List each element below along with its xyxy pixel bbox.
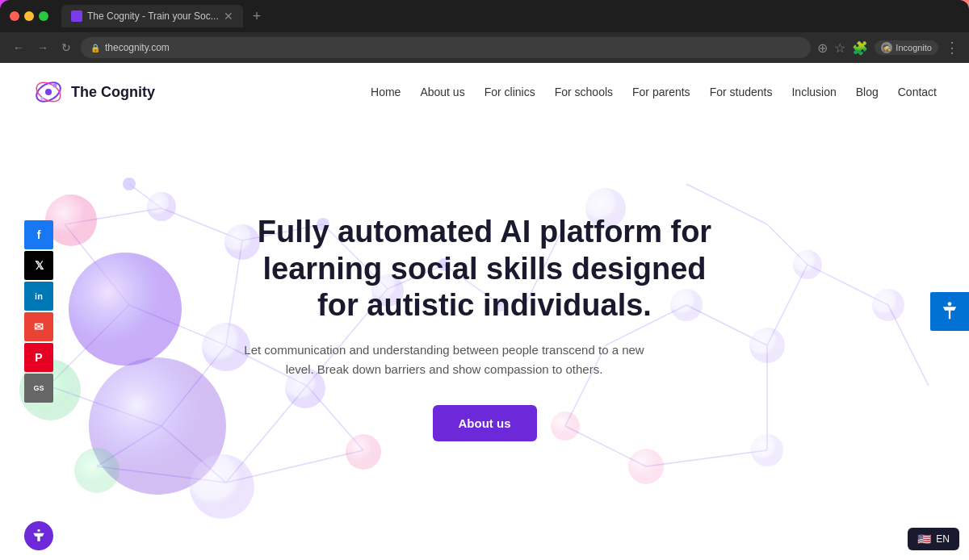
- svg-point-61: [40, 97, 44, 100]
- logo-text: The Cognity: [71, 84, 155, 101]
- accessibility-widget-button[interactable]: [24, 521, 53, 550]
- window-controls: [10, 11, 48, 21]
- browser-chrome: The Cognity - Train your Soc... ✕ + ← → …: [0, 0, 969, 63]
- nav-clinics[interactable]: For clinics: [484, 86, 535, 98]
- facebook-share-button[interactable]: f: [24, 220, 53, 249]
- nav-parents[interactable]: For parents: [632, 86, 690, 98]
- lock-icon: 🔒: [90, 44, 100, 52]
- address-text: thecognity.com: [105, 42, 170, 53]
- incognito-label: Incognito: [896, 43, 932, 52]
- language-flag: 🇺🇸: [917, 533, 931, 545]
- logo[interactable]: The Cognity: [32, 76, 155, 108]
- nav-inclusion[interactable]: Inclusion: [791, 86, 836, 98]
- address-bar[interactable]: 🔒 thecognity.com: [81, 37, 811, 58]
- browser-toolbar: ← → ↻ 🔒 thecognity.com ⊕ ☆ 🧩 🕵 Incognito…: [0, 32, 969, 63]
- a11y-widget-icon: [31, 528, 47, 544]
- menu-button[interactable]: ⋮: [945, 39, 959, 56]
- cta-button[interactable]: About us: [433, 405, 537, 441]
- svg-point-63: [37, 529, 40, 532]
- social-sidebar: f 𝕏 in ✉ P GS: [24, 220, 53, 403]
- nav-contact[interactable]: Contact: [898, 86, 937, 98]
- accessibility-icon: [938, 300, 961, 323]
- logo-icon: [32, 76, 65, 108]
- back-button[interactable]: ←: [10, 40, 27, 56]
- new-tab-button[interactable]: +: [253, 8, 262, 25]
- incognito-icon: 🕵: [881, 42, 892, 53]
- svg-point-59: [45, 89, 52, 95]
- nav-home[interactable]: Home: [371, 86, 401, 98]
- incognito-badge: 🕵 Incognito: [875, 40, 938, 55]
- nav-students[interactable]: For students: [710, 86, 773, 98]
- language-code: EN: [936, 533, 950, 545]
- toolbar-actions: ⊕ ☆ 🧩 🕵 Incognito ⋮: [817, 39, 959, 56]
- hero-subtitle: Let communication and understanding betw…: [242, 341, 646, 379]
- google-scholar-button[interactable]: GS: [24, 374, 53, 403]
- website-content: The Cognity Home About us For clinics Fo…: [0, 63, 969, 560]
- linkedin-share-button[interactable]: in: [24, 282, 53, 311]
- hero-title: Fully automated AI platform for learning…: [242, 214, 727, 324]
- tab-title: The Cognity - Train your Soc...: [87, 10, 219, 22]
- hero-section: Fully automated AI platform for learning…: [0, 63, 969, 560]
- pinterest-share-button[interactable]: P: [24, 343, 53, 372]
- language-selector[interactable]: 🇺🇸 EN: [908, 528, 959, 550]
- nav-links: Home About us For clinics For schools Fo…: [371, 86, 937, 98]
- browser-titlebar: The Cognity - Train your Soc... ✕ +: [0, 0, 969, 32]
- email-share-button[interactable]: ✉: [24, 312, 53, 341]
- hero-content: Fully automated AI platform for learning…: [242, 214, 727, 441]
- nav-blog[interactable]: Blog: [856, 86, 879, 98]
- tab-favicon: [71, 10, 82, 22]
- maximize-window-button[interactable]: [39, 11, 48, 21]
- nav-about[interactable]: About us: [420, 86, 464, 98]
- close-window-button[interactable]: [10, 11, 19, 21]
- svg-point-60: [53, 84, 57, 88]
- nav-schools[interactable]: For schools: [555, 86, 613, 98]
- main-nav: The Cognity Home About us For clinics Fo…: [0, 63, 969, 121]
- cast-icon[interactable]: ⊕: [817, 40, 828, 56]
- extensions-icon[interactable]: 🧩: [852, 40, 868, 56]
- svg-point-62: [948, 302, 952, 306]
- refresh-button[interactable]: ↻: [58, 40, 74, 56]
- accessibility-button[interactable]: [930, 292, 969, 331]
- twitter-share-button[interactable]: 𝕏: [24, 251, 53, 280]
- tab-close-button[interactable]: ✕: [224, 10, 233, 23]
- minimize-window-button[interactable]: [24, 11, 34, 21]
- forward-button[interactable]: →: [34, 40, 52, 56]
- active-tab[interactable]: The Cognity - Train your Soc... ✕: [61, 5, 243, 27]
- bookmark-icon[interactable]: ☆: [834, 40, 845, 56]
